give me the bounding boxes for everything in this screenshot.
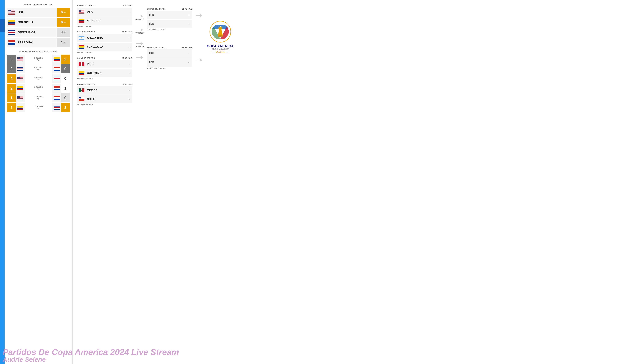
copa-trophy-svg: ★★★ [209, 20, 232, 43]
score-left-5: 1 [7, 93, 16, 102]
team-row-usa: ★★★★ USA 6pts [7, 8, 70, 17]
segundo-label-2: SEGUNDO GRUPO C [77, 52, 132, 53]
svg-rect-74 [54, 107, 60, 108]
sf-tbd4-name: TBD [147, 61, 186, 64]
match-date-3: 7 DE JUNE [25, 76, 52, 79]
svg-rect-84 [79, 10, 81, 12]
svg-rect-34 [17, 69, 23, 70]
sf-tbd3-name: TBD [147, 52, 186, 55]
vs-info-4: 7 DE JUNE VS [25, 86, 52, 91]
bracket-team-argentina-qf2: ARGENTINA - [77, 34, 132, 42]
svg-rect-53 [17, 88, 23, 89]
team-points-costarica: 4pts [57, 28, 70, 37]
svg-rect-97 [83, 62, 85, 66]
bracket-team-colombia-qf3: COLOMBIA - [77, 69, 132, 77]
svg-rect-9 [8, 20, 15, 22]
sf-date-1: 21 DE JUNE [182, 8, 192, 10]
svg-rect-12 [8, 30, 15, 31]
results-table: GRUPO A RESULTADOS DE PARTIDOS 0 [7, 51, 70, 112]
svg-rect-101 [79, 88, 81, 92]
segundo-label-3: SEGUNDO GRUPO A [77, 78, 132, 80]
flag-colombia [7, 18, 16, 27]
svg-rect-50 [54, 79, 60, 80]
copa-trophy: ★★★ [209, 20, 232, 43]
qf-header-3: GANADOR GRUPO B 17 DE JUNE [77, 57, 132, 59]
svg-rect-93 [79, 46, 85, 48]
bracket-score-venezuela-qf2: - [126, 43, 132, 51]
vs-info-5: 11 DE JUNE VS [25, 96, 52, 100]
match-date-5: 11 DE JUNE [25, 96, 52, 98]
team-name-colombia: COLOMBIA [16, 21, 57, 24]
team-points-colombia: 6pts [57, 18, 70, 27]
svg-rect-26 [17, 60, 23, 61]
svg-rect-72 [54, 106, 60, 107]
svg-rect-94 [79, 48, 85, 49]
svg-rect-14 [8, 32, 15, 33]
svg-rect-57 [54, 89, 60, 90]
svg-rect-30 [54, 60, 60, 61]
svg-rect-45 [17, 80, 23, 80]
svg-rect-92 [79, 45, 85, 46]
points-table: GRUPO A PUNTOS TOTALES ★★★★ [7, 4, 70, 47]
svg-rect-16 [8, 34, 15, 34]
partido26-label: PARTIDO 26 [135, 46, 144, 48]
resultados-title: GRUPO A RESULTADOS DE PARTIDOS [7, 51, 70, 53]
qf-header-2: GANADOR GRUPO D 18 DE JUNE [77, 31, 132, 33]
flag-right-2 [52, 64, 61, 73]
svg-rect-35 [17, 70, 23, 71]
result-row-3: 4 7 DE JUNE VS [7, 74, 70, 83]
sf2-connector [196, 59, 244, 62]
flag-left-1 [16, 55, 25, 64]
main-bracket: GANADOR GRUPO A 16 DE JUNE [73, 0, 621, 364]
team-row-costarica: COSTA RICA 4pts [7, 28, 70, 37]
flag-right-3 [52, 74, 61, 83]
flag-paraguay [7, 38, 16, 47]
svg-rect-67 [54, 97, 60, 99]
qf-label-3: GANADOR GRUPO B [77, 57, 95, 59]
svg-rect-52 [17, 86, 23, 88]
bracket-score-colombia-qf3: - [126, 69, 132, 77]
svg-rect-31 [17, 67, 23, 68]
svg-point-91 [81, 37, 82, 38]
bracket-name-colombia-qf3: COLOMBIA [86, 72, 126, 75]
result-row-4: 2 7 DE JUNE VS [7, 84, 70, 93]
bracket-flag-usa-qf1 [77, 8, 86, 16]
svg-rect-47 [54, 77, 60, 77]
bracket-team-peru-qf3: PERÚ - [77, 60, 132, 68]
svg-rect-76 [54, 109, 60, 110]
score-right-3: 0 [61, 74, 70, 83]
svg-rect-96 [81, 62, 83, 66]
copa-logo-section: ★★★ COPA AMERICA CENTENARIO — USA 2016 — [196, 18, 244, 55]
bracket-name-argentina-qf2: ARGENTINA [86, 36, 126, 39]
svg-rect-98 [79, 71, 85, 73]
svg-rect-5 [8, 13, 15, 13]
sf-tbd2-1: TBD - [147, 20, 192, 28]
partido26-connector: PARTIDO 26 [132, 42, 147, 48]
score-right-2: 0 [61, 64, 70, 73]
svg-rect-37 [54, 68, 60, 69]
sf-tbd1-1: TBD - [147, 11, 192, 19]
vs-info-1: 3 DE JUNE VS [25, 57, 52, 61]
sf-date-2: 22 DE JUNE [182, 47, 192, 48]
svg-rect-28 [54, 57, 60, 59]
team-name-usa: USA [16, 11, 57, 14]
bracket-score-usa-qf1: - [126, 8, 132, 16]
sf-tbd3-score: - [186, 49, 192, 58]
svg-rect-13 [8, 31, 15, 32]
svg-rect-68 [54, 99, 60, 100]
team-name-paraguay: PARAGUAY [16, 41, 57, 44]
team-row-colombia: COLOMBIA 6pts [7, 18, 70, 27]
qf-column: GANADOR GRUPO A 16 DE JUNE [77, 5, 132, 110]
sf1-connector [196, 14, 244, 17]
svg-rect-83 [79, 13, 85, 13]
svg-rect-69 [17, 106, 23, 108]
partido27-connector: PARTIDO 27 [132, 28, 147, 34]
svg-rect-63 [17, 99, 23, 99]
result-row-1: 0 3 DE JUNE VS [7, 55, 70, 64]
sf-ganador-2: GANADOR PARTIDO 28 [147, 67, 192, 69]
svg-rect-18 [8, 42, 15, 43]
bracket-name-chile-qf4: CHILE [86, 98, 126, 101]
svg-rect-46 [17, 77, 19, 79]
bracket-flag-colombia-qf3 [77, 69, 86, 77]
sf-tbd4-score: - [186, 58, 192, 66]
